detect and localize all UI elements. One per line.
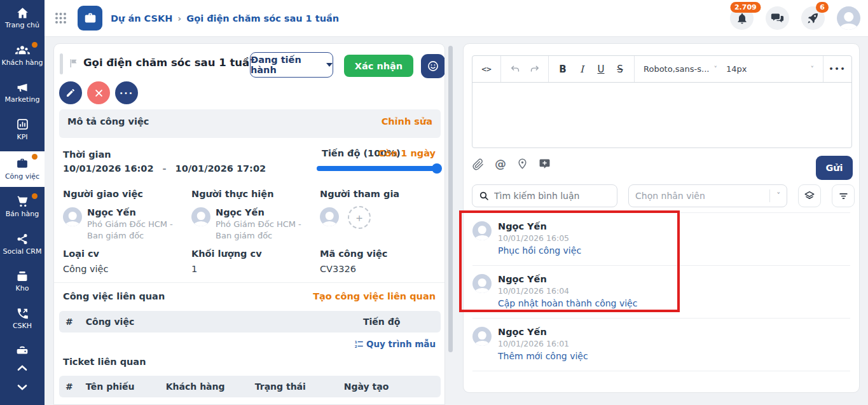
comment-item[interactable]: Ngọc Yến 10/01/2026 16:01 Thêm mới công … [464,319,859,371]
megaphone-icon [16,80,29,94]
type-label: Loại cv [63,249,99,259]
sidebar-item-sales[interactable]: Bán hàng [0,191,45,223]
phone-call-icon [16,306,29,320]
sidebar-item-label: KPI [17,134,27,142]
rocket-button[interactable]: 6 [801,6,825,30]
type-value: Công việc [63,264,191,274]
sidebar-item-social-crm[interactable]: Social CRM [0,228,45,261]
comment-item[interactable]: Ngọc Yến 10/01/2026 16:04 Cập nhật hoàn … [464,266,859,318]
vertical-scrollbar[interactable] [448,46,453,352]
person-name: Ngọc Yến [87,207,183,217]
sidebar-item-warehouse[interactable]: Kho [0,265,45,298]
people-icon [15,43,30,57]
layers-view-button[interactable] [798,184,821,207]
sidebar-item-marketing[interactable]: Marketing [0,76,45,109]
redo-icon[interactable] [525,60,543,79]
assignee-person[interactable]: Ngọc Yến Phó Giám Đốc HCM - Ban giám đốc [191,207,320,241]
create-related-task-link[interactable]: Tạo công việc liên quan [313,291,436,301]
sidebar-item-cskh[interactable]: CSKH [0,303,45,335]
sidebar-item-customers[interactable]: Khách hàng [0,39,45,72]
delete-task-button[interactable] [87,81,110,104]
font-family-select[interactable]: Roboto,sans-s... ˅ [640,64,721,74]
comment-item[interactable]: Ngọc Yến 10/01/2026 16:05 Phục hồi công … [464,213,859,265]
toolbar-more-button[interactable]: ••• [829,60,846,79]
comment-search-input[interactable] [494,191,610,201]
mention-icon[interactable]: @ [495,157,506,170]
template-process-link[interactable]: 12 Quy trình mẫu [354,339,436,349]
avatar [472,221,492,240]
app-grid-icon[interactable] [55,12,67,24]
edit-description-link[interactable]: Chỉnh sửa [382,116,432,127]
code-value: CV3326 [320,264,439,274]
meta-section: Loại cv Công việc Khối lượng cv 1 Mã côn… [63,249,439,274]
breadcrumb-task[interactable]: Gọi điện chăm sóc sau 1 tuần [186,13,339,24]
comments-panel: <> B I U S Roboto,sans-s... ˅ [463,43,860,393]
phone-device-icon[interactable] [0,344,45,357]
status-dropdown[interactable]: Đang tiến hành [250,52,333,78]
chevron-up-icon[interactable] [0,364,45,372]
assigner-person[interactable]: Ngọc Yến Phó Giám Đốc HCM - Ban giám đốc [63,207,191,241]
chat-bubbles-icon [771,11,784,25]
col-index: # [59,376,79,397]
comment-timestamp: 10/01/2026 16:05 [498,233,581,243]
paperclip-icon[interactable] [472,158,485,170]
storage-icon [15,269,29,283]
user-avatar[interactable] [837,6,860,30]
col-ticket-name: Tên phiếu [79,376,160,397]
col-progress: Tiến độ [357,311,441,333]
edit-task-button[interactable] [59,81,82,104]
progress-fill [317,166,439,171]
undo-icon[interactable] [506,60,524,79]
confirm-button[interactable]: Xác nhận [344,55,413,77]
cart-icon [15,195,29,209]
progress-bar[interactable] [317,166,439,171]
volume-label: Khối lượng cv [191,249,262,259]
sidebar-item-label: CSKH [13,322,32,331]
divider [54,282,444,283]
bold-button[interactable]: B [554,60,572,79]
breadcrumb-project[interactable]: Dự án CSKH [111,13,172,24]
flag-icon[interactable] [68,58,79,69]
italic-button[interactable]: I [573,60,591,79]
person-name: Ngọc Yến [216,207,311,217]
progress-knob[interactable] [432,163,442,174]
chevron-down-icon: ˅ [811,65,815,73]
notification-dot [32,193,38,199]
sidebar-item-kpi[interactable]: KPI [0,114,45,146]
sidebar-item-label: Bán hàng [6,210,39,219]
employee-filter-placeholder: Chọn nhân viên [635,191,705,201]
code-view-button[interactable]: <> [478,60,495,79]
add-participant-button[interactable]: ＋ [348,206,371,229]
send-comment-button[interactable]: Gửi [816,156,853,180]
participant-avatar[interactable] [320,207,339,226]
location-pin-icon[interactable] [516,158,528,170]
sort-filter-button[interactable] [832,184,855,207]
top-right-actions: 2.709 6 [730,6,860,30]
avatar [63,207,82,226]
sidebar-item-home[interactable]: Trang chủ [0,0,45,34]
strikethrough-button[interactable]: S [611,60,629,79]
editor-content-area[interactable] [472,83,851,148]
notification-count-badge: 2.709 [730,2,761,13]
comment-plus-icon[interactable] [539,158,551,170]
comment-author: Ngọc Yến [498,221,581,231]
notifications-button[interactable]: 2.709 [730,6,754,30]
reaction-button[interactable] [421,54,445,78]
tasks-app-tile[interactable] [78,6,102,31]
comment-text-link[interactable]: Thêm mới công việc [498,351,588,361]
employee-filter-select[interactable]: Chọn nhân viên ˅ [628,184,787,207]
people-section: Người giao việc Ngọc Yến Phó Giám Đốc HC… [63,189,439,241]
comment-text-link[interactable]: Cập nhật hoàn thành công việc [498,298,637,308]
more-actions-button[interactable]: ... [115,81,138,104]
scroll-handle[interactable] [60,53,63,74]
divider [769,189,770,202]
time-end: 10/01/2026 17:02 [176,163,266,174]
comment-text-link[interactable]: Phục hồi công việc [498,245,581,256]
font-size-select[interactable]: 14px ˅ [722,64,818,74]
chevron-down-icon[interactable] [0,383,45,391]
col-task: Công việc [79,311,357,333]
sidebar-item-tasks[interactable]: Công việc [0,151,45,188]
chat-button[interactable] [766,6,789,30]
underline-button[interactable]: U [592,60,610,79]
time-separator: - [163,163,167,174]
